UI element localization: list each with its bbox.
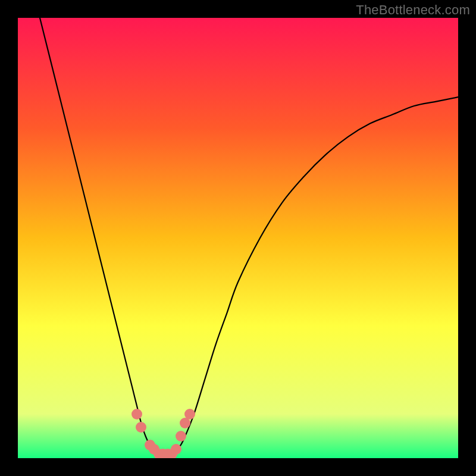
curve-dot bbox=[176, 431, 186, 441]
curve-dot bbox=[184, 409, 195, 419]
plot-area bbox=[18, 18, 458, 458]
chart-frame: TheBottleneck.com bbox=[0, 0, 476, 476]
watermark-text: TheBottleneck.com bbox=[356, 2, 470, 18]
bottleneck-curve-path bbox=[40, 18, 458, 454]
curve-dot bbox=[171, 444, 181, 455]
bottleneck-curve-svg bbox=[18, 18, 458, 458]
curve-dot bbox=[131, 409, 142, 419]
curve-dot bbox=[136, 422, 146, 433]
